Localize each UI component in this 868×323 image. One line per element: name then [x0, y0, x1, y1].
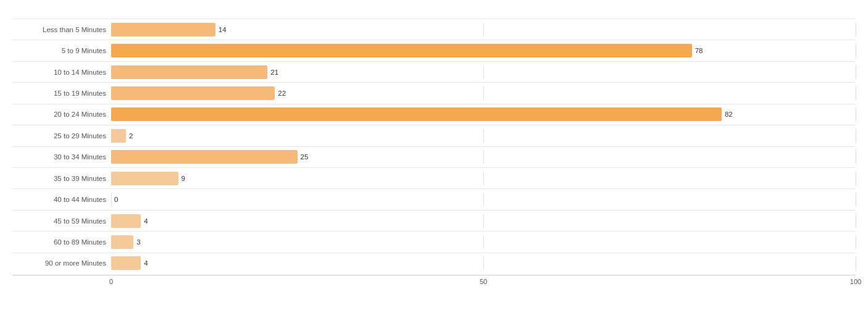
- grid-line: [483, 172, 484, 185]
- bar-label: 60 to 89 Minutes: [12, 238, 111, 246]
- bar-fill: [111, 107, 722, 121]
- bar-fill: [111, 256, 141, 270]
- bar-fill: [111, 23, 215, 36]
- grid-line: [483, 65, 484, 79]
- axis-tick: 0: [109, 278, 113, 285]
- bar-track: 82: [111, 107, 856, 121]
- bar-row: 90 or more Minutes4: [12, 253, 856, 274]
- grid-line: [483, 256, 484, 270]
- bar-value: 3: [136, 238, 140, 246]
- grid-line: [856, 44, 856, 57]
- bar-row: 5 to 9 Minutes78: [12, 40, 856, 61]
- grid-line: [483, 214, 484, 228]
- bar-fill: [111, 86, 275, 100]
- bar-value: 25: [301, 153, 309, 161]
- bar-track: 4: [111, 214, 856, 228]
- bar-value: 82: [725, 111, 733, 118]
- bar-row: 15 to 19 Minutes22: [12, 82, 856, 103]
- bar-track: 21: [111, 65, 856, 79]
- grid-line: [856, 172, 856, 185]
- grid-line: [856, 256, 856, 270]
- bar-label: 10 to 14 Minutes: [12, 69, 111, 76]
- grid-line: [483, 150, 484, 164]
- bar-row: 40 to 44 Minutes0: [12, 188, 856, 209]
- grid-line: [856, 214, 856, 228]
- bar-track: 9: [111, 172, 856, 185]
- bar-fill: [111, 150, 298, 164]
- bar-label: 45 to 59 Minutes: [12, 217, 111, 225]
- chart-container: Less than 5 Minutes145 to 9 Minutes7810 …: [0, 0, 868, 323]
- bar-value: 21: [270, 69, 278, 76]
- grid-line: [856, 107, 856, 121]
- grid-line: [856, 129, 856, 143]
- bar-label: 40 to 44 Minutes: [12, 196, 111, 203]
- grid-line: [856, 193, 856, 206]
- bar-value: 14: [219, 26, 227, 33]
- grid-line: [111, 193, 112, 206]
- grid-line: [483, 129, 484, 143]
- bar-row: 30 to 34 Minutes25: [12, 146, 856, 167]
- bar-track: 14: [111, 23, 856, 36]
- axis-row: 050100: [12, 275, 856, 289]
- bar-value: 0: [114, 196, 118, 203]
- bar-label: 20 to 24 Minutes: [12, 111, 111, 118]
- bar-label: Less than 5 Minutes: [12, 26, 111, 33]
- bar-row: 60 to 89 Minutes3: [12, 231, 856, 252]
- bar-track: 78: [111, 44, 856, 57]
- axis-tick: 100: [850, 278, 861, 285]
- grid-line: [483, 235, 484, 249]
- bar-label: 30 to 34 Minutes: [12, 153, 111, 161]
- grid-line: [483, 86, 484, 100]
- bar-label: 5 to 9 Minutes: [12, 47, 111, 54]
- bar-value: 22: [278, 90, 286, 97]
- bar-row: 45 to 59 Minutes4: [12, 210, 856, 231]
- bar-value: 4: [144, 217, 148, 225]
- bar-label: 25 to 29 Minutes: [12, 132, 111, 140]
- chart-area: Less than 5 Minutes145 to 9 Minutes7810 …: [12, 19, 856, 274]
- bar-value: 9: [182, 175, 185, 182]
- grid-line: [856, 235, 856, 249]
- bar-fill: [111, 214, 141, 228]
- bar-fill: [111, 65, 267, 79]
- bar-row: 20 to 24 Minutes82: [12, 104, 856, 125]
- bar-value: 4: [144, 259, 148, 267]
- grid-line: [856, 23, 856, 36]
- bar-label: 35 to 39 Minutes: [12, 175, 111, 182]
- bar-track: 3: [111, 235, 856, 249]
- grid-line: [856, 86, 856, 100]
- grid-line: [856, 65, 856, 79]
- grid-line: [856, 150, 856, 164]
- bar-track: 2: [111, 129, 856, 143]
- bar-row: 25 to 29 Minutes2: [12, 125, 856, 146]
- bar-value: 2: [129, 132, 133, 140]
- bar-value: 78: [695, 47, 703, 54]
- bar-fill: [111, 235, 133, 249]
- bar-track: 0: [111, 193, 856, 206]
- bar-fill: [111, 172, 178, 185]
- bar-row: 10 to 14 Minutes21: [12, 61, 856, 82]
- grid-line: [483, 193, 484, 206]
- axis-labels: 050100: [111, 278, 856, 289]
- bar-track: 22: [111, 86, 856, 100]
- bar-track: 4: [111, 256, 856, 270]
- bar-fill: [111, 129, 126, 143]
- bar-label: 90 or more Minutes: [12, 259, 111, 267]
- axis-tick: 50: [480, 278, 487, 285]
- bar-label: 15 to 19 Minutes: [12, 90, 111, 97]
- bar-track: 25: [111, 150, 856, 164]
- bar-row: Less than 5 Minutes14: [12, 19, 856, 40]
- bar-fill: [111, 44, 692, 57]
- bar-row: 35 to 39 Minutes9: [12, 167, 856, 188]
- grid-line: [483, 23, 484, 36]
